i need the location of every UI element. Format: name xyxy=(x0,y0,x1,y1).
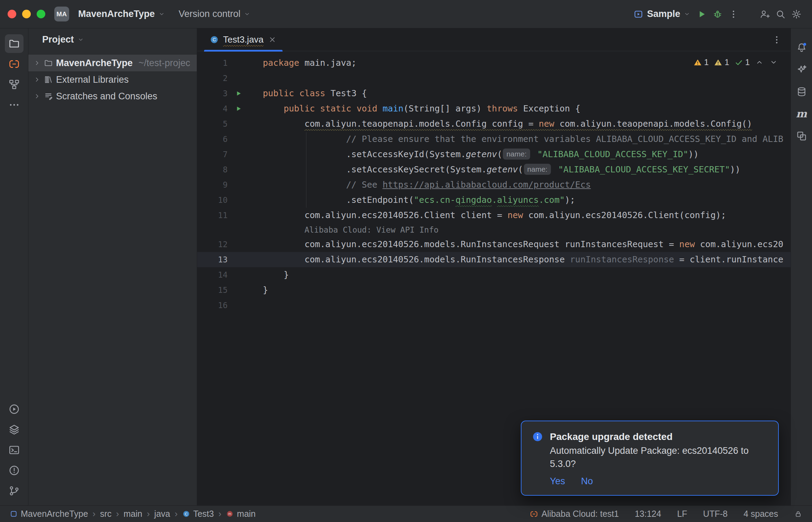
zoom-window-button[interactable] xyxy=(37,10,45,18)
run-icon xyxy=(696,9,707,19)
terminal-button[interactable] xyxy=(5,441,24,459)
breadcrumb-item-main[interactable]: main xyxy=(123,509,142,519)
line-number: 16 xyxy=(197,298,232,313)
external-libraries-icon xyxy=(44,75,53,84)
version-control-selector[interactable]: Version control xyxy=(175,6,254,22)
inspections-widget[interactable]: 1 1 1 xyxy=(693,57,778,67)
breadcrumb-item-main[interactable]: mmain xyxy=(226,509,256,519)
code-line[interactable]: 7 .setAccessKeyId(System.getenv(name: "A… xyxy=(197,147,791,162)
weak-warnings-badge[interactable]: 1 xyxy=(714,57,729,67)
kebab-icon xyxy=(728,9,739,19)
tree-item-external-libraries[interactable]: External Libraries xyxy=(28,71,197,88)
code-line[interactable]: 12 com.aliyun.ecs20140526.models.RunInst… xyxy=(197,237,791,252)
tree-item-scratches-and-consoles[interactable]: Scratches and Consoles xyxy=(28,88,197,105)
ide-window: MA MavenArcheType Version control Sample xyxy=(0,0,812,522)
code-with-me-button[interactable] xyxy=(757,6,773,22)
ai-assistant-button[interactable] xyxy=(793,61,810,78)
minimize-window-button[interactable] xyxy=(22,10,31,18)
database-button[interactable] xyxy=(793,83,810,100)
project-folder-tool-button[interactable] xyxy=(5,34,24,53)
project-folder-tool-icon xyxy=(8,38,20,50)
expand-chevron-icon[interactable] xyxy=(33,76,41,83)
more-button[interactable] xyxy=(5,96,24,114)
breadcrumb-label: main xyxy=(237,509,256,519)
run-tool-button[interactable] xyxy=(5,400,24,418)
services-button[interactable] xyxy=(5,420,24,439)
gutter: 9 xyxy=(197,177,246,192)
gutter: 4 xyxy=(197,101,246,116)
code-line[interactable]: 6 // Please ensure that the environment … xyxy=(197,132,791,147)
run-button[interactable] xyxy=(694,6,710,22)
next-problem-button[interactable] xyxy=(769,58,778,67)
encoding-widget[interactable]: UTF-8 xyxy=(703,509,728,519)
code-line[interactable]: 3public class Test3 { xyxy=(197,86,791,101)
code-line[interactable]: 13 com.aliyun.ecs20140526.models.RunInst… xyxy=(197,252,791,267)
line-number: 6 xyxy=(197,132,232,147)
code-line[interactable]: 4 public static void main(String[] args)… xyxy=(197,101,791,116)
line-number: 2 xyxy=(197,71,232,86)
breadcrumb-label: MavenArcheType xyxy=(21,509,88,519)
project-panel-header[interactable]: Project xyxy=(28,28,197,51)
run-line-icon[interactable] xyxy=(235,90,242,97)
breadcrumb-item-mavenarchetype[interactable]: MavenArcheType xyxy=(10,509,88,519)
code-line[interactable]: 16 xyxy=(197,298,791,313)
close-tab-icon[interactable] xyxy=(268,35,277,44)
project-selector[interactable]: MavenArcheType xyxy=(75,6,168,22)
editor-tab-test3[interactable]: C Test3.java xyxy=(203,28,283,51)
caret-position-widget[interactable]: 13:124 xyxy=(635,509,661,519)
java-class-icon: C xyxy=(182,510,190,518)
indent-widget[interactable]: 4 spaces xyxy=(744,509,778,519)
breadcrumb-item-test3[interactable]: CTest3 xyxy=(182,509,214,519)
svg-text:C: C xyxy=(213,37,216,42)
readonly-toggle[interactable] xyxy=(794,510,802,518)
dependencies-button[interactable] xyxy=(793,127,810,145)
ok-badge[interactable]: 1 xyxy=(735,57,750,67)
breadcrumb-item-src[interactable]: src xyxy=(100,509,111,519)
no-button[interactable]: No xyxy=(581,476,593,487)
problems-button[interactable] xyxy=(5,461,24,480)
yes-button[interactable]: Yes xyxy=(550,476,565,487)
method-icon: m xyxy=(226,510,234,518)
breadcrumb-item-java[interactable]: java xyxy=(154,509,170,519)
code-line[interactable]: 9 // See https://api.alibabacloud.com/pr… xyxy=(197,177,791,192)
code-line[interactable]: 5 com.aliyun.teaopenapi.models.Config co… xyxy=(197,116,791,132)
debug-button[interactable] xyxy=(710,6,726,22)
structure-icon xyxy=(8,79,20,90)
api-info-inlay[interactable]: Alibaba Cloud: View API Info xyxy=(304,225,439,234)
maven-button[interactable]: m xyxy=(793,105,810,123)
right-toolwindow-strip: m xyxy=(791,28,812,505)
alibaba-cloud-status[interactable]: Alibaba Cloud: test1 xyxy=(530,509,619,519)
settings-button[interactable] xyxy=(788,6,804,22)
code-line[interactable]: 15} xyxy=(197,282,791,298)
inlay-hint-line[interactable]: Alibaba Cloud: View API Info xyxy=(197,223,791,237)
expand-chevron-icon[interactable] xyxy=(33,59,41,67)
git-button[interactable] xyxy=(5,482,24,500)
expand-chevron-icon[interactable] xyxy=(33,92,41,100)
more-actions-button[interactable] xyxy=(726,6,741,22)
gutter: 3 xyxy=(197,86,246,101)
code-line[interactable]: 14 } xyxy=(197,267,791,282)
previous-problem-button[interactable] xyxy=(755,58,764,67)
statusbar-widgets: Alibaba Cloud: test1 13:124 LF UTF-8 4 s… xyxy=(530,509,802,519)
line-separator-widget[interactable]: LF xyxy=(677,509,687,519)
run-config-selector[interactable]: Sample xyxy=(630,6,694,22)
alibaba-cloud-button[interactable] xyxy=(5,55,24,73)
code-line[interactable]: 2 xyxy=(197,71,791,86)
alibaba-cloud-icon xyxy=(8,58,20,70)
structure-button[interactable] xyxy=(5,75,24,94)
warnings-badge[interactable]: 1 xyxy=(693,57,709,67)
run-config-label: Sample xyxy=(647,9,680,19)
search-everywhere-button[interactable] xyxy=(773,6,788,22)
breadcrumb-separator: › xyxy=(116,508,119,519)
tab-options-button[interactable] xyxy=(770,33,784,47)
tree-item-label: Scratches and Consoles xyxy=(56,91,157,102)
comment-link[interactable]: https://api.alibabacloud.com/product/Ecs xyxy=(382,180,591,190)
run-line-icon[interactable] xyxy=(235,105,242,112)
code-line[interactable]: 8 .setAccessKeySecret(System.getenv(name… xyxy=(197,162,791,177)
code-line[interactable]: 10 .setEndpoint("ecs.cn-qingdao.aliyuncs… xyxy=(197,192,791,208)
tree-item-mavenarchetype[interactable]: MavenArcheType~/test-projec xyxy=(28,55,197,71)
breadcrumb-separator: › xyxy=(93,508,96,519)
code-line[interactable]: 11 com.aliyun.ecs20140526.Client client … xyxy=(197,208,791,223)
close-window-button[interactable] xyxy=(8,10,16,18)
notifications-button[interactable] xyxy=(793,39,810,56)
